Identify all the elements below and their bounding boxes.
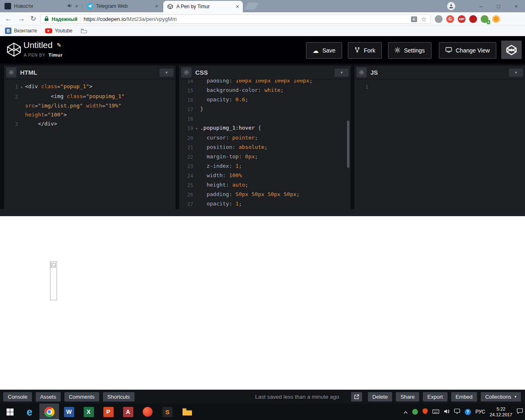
tray-help-icon[interactable]: ? (465, 409, 471, 415)
extension-icon-6[interactable] (492, 15, 500, 23)
address-bar[interactable]: Надежный https://codepen.io /Mzt23a/pen/… (40, 14, 431, 24)
code-line[interactable]: 1 (354, 82, 525, 91)
tray-volume-icon[interactable] (444, 408, 450, 415)
start-button[interactable] (0, 404, 20, 420)
js-collapse-chevron-icon[interactable]: ▾ (509, 68, 523, 77)
taskbar-explorer-folder-icon[interactable] (177, 404, 197, 420)
code-line[interactable]: 15 background-color: white; (179, 86, 351, 95)
code-line[interactable]: 1▾<div class="popup_1"> (4, 82, 176, 92)
html-collapse-chevron-icon[interactable]: ▾ (160, 68, 173, 77)
comments-button[interactable]: Comments (64, 392, 99, 402)
css-scrollbar-thumb[interactable] (347, 121, 349, 168)
taskbar-excel-icon[interactable]: X (79, 404, 98, 420)
code-line[interactable]: 3 </div> (4, 119, 176, 129)
code-line[interactable]: 23 z-index: 1; (179, 162, 351, 171)
tab-close-icon[interactable]: × (155, 3, 158, 9)
code-line[interactable]: 18 (179, 114, 351, 123)
extension-icon-3[interactable]: ABP (458, 15, 466, 23)
security-label: Надежный (52, 16, 78, 22)
code-line[interactable]: 25 height: auto; (179, 180, 351, 190)
tray-network-icon[interactable] (454, 408, 460, 415)
tray-expand-icon[interactable] (404, 408, 408, 415)
tray-keyboard-icon[interactable] (432, 408, 439, 415)
taskbar-word-icon[interactable]: W (59, 404, 79, 420)
refresh-icon[interactable]: ↻ (30, 15, 36, 22)
css-code-editor[interactable]: 14 padding: 100px 100px 100px 100px;15 b… (179, 80, 351, 209)
author-name[interactable]: Timur (48, 52, 63, 57)
embed-button[interactable]: Embed (451, 392, 477, 402)
taskbar-sublime-icon[interactable]: S (158, 404, 177, 420)
code-line[interactable]: height="100"> (4, 110, 176, 119)
profile-avatar[interactable] (447, 2, 455, 10)
code-line[interactable]: 27 opacity: 1; (179, 199, 351, 209)
change-view-button[interactable]: Change View (439, 42, 496, 59)
save-label: Save (322, 47, 336, 54)
browser-tab-telegram[interactable]: Telegram Web × (83, 0, 162, 12)
taskbar-powerpoint-icon[interactable]: P (98, 404, 118, 420)
code-line[interactable]: 19▾.popupimg_1:hover { (179, 123, 351, 133)
code-line[interactable]: 17} (179, 105, 351, 114)
browser-tab-news[interactable]: Новости × (1, 0, 82, 12)
extension-icon-2[interactable]: G (446, 15, 454, 23)
css-collapse-chevron-icon[interactable]: ▾ (335, 68, 349, 77)
taskbar-access-icon[interactable]: A (118, 404, 138, 420)
save-button[interactable]: ☁ Save (306, 42, 342, 59)
maximize-button[interactable]: □ (490, 0, 507, 12)
close-button[interactable]: × (507, 0, 525, 12)
code-line[interactable]: 20 cursor: pointer; (179, 133, 351, 143)
bookmarks-folder-icon[interactable] (81, 28, 87, 34)
shortcuts-button[interactable]: Shortcuts (103, 392, 135, 402)
tray-green-icon[interactable] (412, 409, 418, 415)
action-center-icon[interactable] (517, 408, 523, 415)
codepen-home-button[interactable] (501, 41, 522, 59)
code-line[interactable]: 26 padding: 50px 50px 50px 50px; (179, 190, 351, 199)
html-code-editor[interactable]: 1▾<div class="popup_1">2 <img class="pop… (4, 80, 176, 209)
taskbar-clock[interactable]: 5:22 24.12.2017 (490, 406, 512, 418)
js-code-editor[interactable]: 1 (354, 80, 525, 209)
assets-button[interactable]: Assets (36, 392, 61, 402)
language-indicator[interactable]: РУС (475, 409, 485, 415)
minimize-button[interactable]: – (472, 0, 490, 12)
console-button[interactable]: Console (3, 392, 32, 402)
css-settings-gear-icon[interactable] (181, 67, 192, 78)
taskbar-red-app-icon[interactable] (138, 404, 158, 420)
code-line[interactable]: 16 opacity: 0.6; (179, 95, 351, 105)
js-settings-gear-icon[interactable] (356, 67, 367, 78)
new-tab-button[interactable] (244, 2, 258, 9)
taskbar-chrome-icon[interactable] (39, 404, 59, 420)
collections-button[interactable]: Collections ▾ (481, 392, 521, 402)
edit-pencil-icon[interactable]: ✎ (57, 42, 62, 48)
extension-icon-1[interactable] (435, 15, 443, 23)
code-line[interactable]: 21 position: absolute; (179, 143, 351, 152)
bookmark-vk[interactable]: В Вконтакте (5, 27, 37, 34)
code-line[interactable]: src="img/list.png" width="19%" (4, 101, 176, 110)
tab-close-icon[interactable]: × (236, 4, 239, 9)
export-button[interactable]: Export (423, 392, 447, 402)
code-line[interactable]: 14 padding: 100px 100px 100px 100px; (179, 80, 351, 86)
back-icon[interactable]: ← (5, 15, 12, 22)
code-line[interactable]: 2 <img class="popupimg_1" (4, 92, 176, 101)
html-settings-gear-icon[interactable] (6, 67, 16, 78)
editor-preview-divider[interactable] (0, 209, 525, 216)
settings-button[interactable]: Settings (388, 42, 431, 59)
code-line[interactable]: 24 width: 100% (179, 171, 351, 180)
taskbar-edge-icon[interactable]: e (20, 404, 39, 420)
extension-icon-5[interactable]: 1 (481, 15, 488, 23)
bookmark-star-icon[interactable]: ☆ (421, 16, 427, 23)
tab-audio-icon[interactable] (67, 3, 72, 9)
open-live-view-button[interactable] (351, 392, 362, 402)
delete-button[interactable]: Delete (368, 392, 393, 402)
forward-icon[interactable]: → (18, 15, 25, 22)
code-line[interactable]: 22 margin-top: 0px; (179, 152, 351, 162)
browser-tab-codepen[interactable]: A Pen by Timur × (163, 1, 243, 12)
bookmark-youtube[interactable]: Youtube (45, 28, 73, 34)
pen-title[interactable]: Untitled ✎ (23, 40, 62, 50)
translate-icon[interactable]: A (411, 16, 417, 22)
extension-icon-4[interactable] (469, 15, 477, 23)
fork-button[interactable]: Fork (348, 42, 382, 59)
tray-shield-icon[interactable] (422, 408, 428, 416)
share-button[interactable]: Share (396, 392, 419, 402)
omnibox-divider (80, 16, 81, 22)
codepen-logo-icon[interactable] (6, 41, 22, 59)
tab-close-icon[interactable]: × (75, 3, 78, 9)
